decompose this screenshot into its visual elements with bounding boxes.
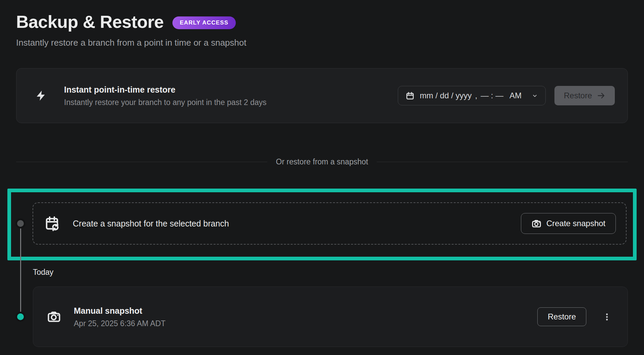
snapshot-item-card: Manual snapshot Apr 25, 2025 6:36 AM ADT… bbox=[33, 287, 628, 347]
pitr-restore-button[interactable]: Restore bbox=[554, 86, 615, 105]
page-title: Backup & Restore bbox=[16, 12, 164, 32]
chevron-down-icon[interactable] bbox=[532, 93, 538, 99]
snapshot-restore-button[interactable]: Restore bbox=[537, 307, 586, 326]
page-subtitle: Instantly restore a branch from a point … bbox=[16, 38, 628, 48]
kebab-menu-icon[interactable] bbox=[601, 311, 613, 323]
snapshot-timestamp: Apr 25, 2025 6:36 AM ADT bbox=[74, 319, 166, 328]
backup-restore-page: Backup & Restore EARLY ACCESS Instantly … bbox=[0, 0, 644, 355]
create-snapshot-button[interactable]: Create snapshot bbox=[521, 213, 616, 234]
pitr-restore-label: Restore bbox=[564, 91, 592, 100]
create-snapshot-button-label: Create snapshot bbox=[546, 219, 605, 228]
pitr-title: Instant point-in-time restore bbox=[64, 84, 266, 95]
early-access-badge: EARLY ACCESS bbox=[172, 16, 236, 29]
timeline-line bbox=[20, 223, 21, 317]
divider-line-left bbox=[16, 162, 267, 162]
divider-line-right bbox=[377, 162, 628, 162]
create-snapshot-card: Create a snapshot for the selected branc… bbox=[33, 202, 627, 245]
create-snapshot-label: Create a snapshot for the selected branc… bbox=[73, 219, 229, 229]
datetime-input[interactable]: mm / dd / yyyy,— : —AM bbox=[398, 86, 546, 105]
snapshot-timeline-section: Create a snapshot for the selected branc… bbox=[16, 189, 628, 347]
lightning-bolt-icon bbox=[35, 88, 47, 104]
timeline-dot-pending bbox=[17, 220, 24, 227]
create-snapshot-highlight: Create a snapshot for the selected branc… bbox=[7, 189, 637, 260]
calendar-sync-icon bbox=[44, 215, 60, 232]
divider-label: Or restore from a snapshot bbox=[267, 157, 377, 166]
calendar-icon bbox=[406, 91, 415, 100]
camera-icon bbox=[47, 309, 61, 324]
pitr-card: Instant point-in-time restore Instantly … bbox=[16, 68, 628, 123]
pitr-description: Instantly restore your branch to any poi… bbox=[64, 98, 266, 107]
datetime-placeholder: mm / dd / yyyy,— : —AM bbox=[420, 91, 522, 100]
timeline-group-label: Today bbox=[33, 267, 628, 277]
arrow-right-icon bbox=[597, 91, 605, 100]
camera-icon bbox=[531, 218, 542, 229]
page-header: Backup & Restore EARLY ACCESS Instantly … bbox=[16, 12, 628, 48]
timeline-dot-current bbox=[17, 313, 24, 320]
snapshot-title: Manual snapshot bbox=[74, 305, 166, 316]
snapshot-divider: Or restore from a snapshot bbox=[16, 157, 628, 166]
